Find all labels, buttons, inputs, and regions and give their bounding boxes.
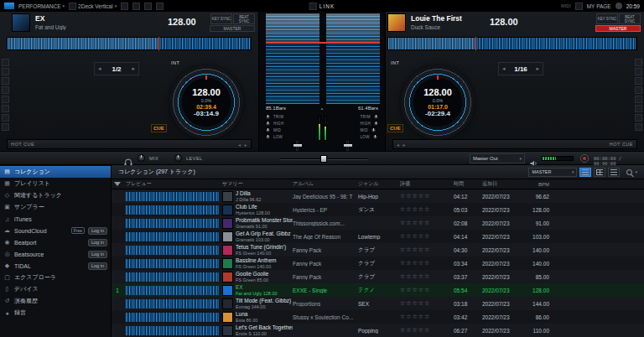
ch2-channel-fader[interactable]: [346, 141, 349, 151]
ch1-channel-fader[interactable]: [296, 141, 299, 151]
search-button[interactable]: ▾: [626, 169, 637, 175]
preview-waveform[interactable]: [126, 219, 220, 228]
rating-stars[interactable]: ☆☆☆☆☆: [400, 260, 454, 267]
deck2-key-sync-button[interactable]: KEY SYNC: [596, 13, 618, 24]
sidebar-item[interactable]: ▢ エクスプローラ: [0, 272, 111, 283]
ch1-trim-knob[interactable]: [265, 114, 271, 120]
table-row[interactable]: 1 EX Fat and Ugly 128.00 EXXE - Single テ…: [112, 283, 644, 297]
headphones-mix-knob[interactable]: [138, 154, 145, 162]
link-button[interactable]: LINK: [309, 3, 335, 10]
rating-stars[interactable]: ☆☆☆☆☆: [400, 220, 454, 226]
table-row[interactable]: J Dilla J Dilla 96.62 Jay Deelicious 95 …: [112, 189, 644, 203]
loop-double-button[interactable]: ▸: [536, 65, 539, 72]
column-header-date-added[interactable]: 追加日: [482, 180, 521, 188]
preview-waveform[interactable]: [126, 272, 220, 282]
loop-double-button[interactable]: ▸: [132, 65, 135, 72]
column-header-album[interactable]: アルバム: [293, 180, 358, 188]
pad-button[interactable]: [2, 105, 9, 112]
preview-waveform[interactable]: [126, 232, 220, 241]
sidebar-item[interactable]: ☁ SoundCloud Free Log in: [0, 225, 111, 236]
deck2-jog-wheel[interactable]: 128.00 0.0% 01:17.0 -02:29.4: [401, 65, 475, 139]
login-button[interactable]: Log in: [88, 227, 107, 235]
pad-button[interactable]: [2, 68, 9, 75]
deck2-overview-waveform[interactable]: [387, 37, 637, 50]
login-button[interactable]: Log in: [88, 251, 107, 258]
sidebar-item[interactable]: ● 録音: [0, 307, 111, 319]
view-option-icon[interactable]: [121, 3, 128, 10]
table-row[interactable]: Tilt Mode (Feat. Gibbz) Exmag 144.00 Pro…: [112, 297, 644, 310]
record-button[interactable]: [580, 154, 589, 163]
table-row[interactable]: Get A Grip Feat. Gibbz Gramatik 103.00 T…: [112, 230, 644, 243]
view-option-icon[interactable]: [132, 3, 140, 10]
sidebar-item[interactable]: ▤ コレクション: [0, 166, 111, 178]
artwork-view-button[interactable]: [608, 168, 620, 177]
column-header-genre[interactable]: ジャンル: [358, 180, 400, 188]
table-row[interactable]: Goolie Goolie FS Green 85.00 Fanny Pack …: [112, 270, 644, 283]
deck1-jog-wheel[interactable]: 128.00 0.0% 02:39.4 -03:14.9: [169, 65, 243, 139]
sidebar-item[interactable]: ◇ 関連するトラック: [0, 189, 111, 201]
ch2-low-knob[interactable]: [372, 134, 378, 140]
loop-half-button[interactable]: ◂: [502, 65, 506, 72]
deck1-overview-waveform[interactable]: [7, 37, 252, 50]
column-header-summary[interactable]: サマリー: [222, 180, 293, 188]
preview-waveform[interactable]: [126, 299, 220, 308]
master-out-select[interactable]: Master Out ▾: [470, 153, 525, 163]
deck2-loop-control[interactable]: ◂ 1/16 ▸: [498, 62, 543, 75]
column-header-bpm[interactable]: BPM: [521, 182, 554, 187]
pad-button[interactable]: [635, 114, 642, 122]
preview-waveform[interactable]: [126, 259, 220, 268]
hot-cue-next-icon[interactable]: ▸: [244, 142, 247, 148]
column-header-preview[interactable]: プレビュー: [123, 180, 222, 188]
sidebar-item[interactable]: ▦ プレイリスト: [0, 178, 111, 189]
ch1-mid-knob[interactable]: [265, 127, 271, 133]
preview-waveform[interactable]: [126, 205, 220, 215]
rating-stars[interactable]: ☆☆☆☆☆: [400, 233, 454, 240]
pad-button[interactable]: [635, 86, 642, 94]
preview-waveform[interactable]: [126, 313, 220, 322]
crossfader-handle[interactable]: [320, 155, 327, 163]
table-row[interactable]: Club Life Hysterics 128.00 Hysterics - E…: [112, 203, 644, 216]
login-button[interactable]: Log in: [88, 262, 107, 270]
headphones-level-knob[interactable]: [174, 154, 182, 162]
rating-stars[interactable]: ☆☆☆☆☆: [400, 314, 454, 320]
hot-cue-next-icon[interactable]: ▸: [403, 142, 407, 148]
master-deck-select[interactable]: MASTER ▾: [528, 168, 577, 177]
preview-waveform[interactable]: [126, 286, 220, 295]
deck2-master-button[interactable]: MASTER: [595, 25, 641, 32]
deck1-master-button[interactable]: MASTER: [210, 25, 255, 32]
login-button[interactable]: Log in: [88, 239, 107, 246]
settings-icon[interactable]: [575, 3, 583, 10]
sidebar-item[interactable]: ▯ デバイス: [0, 283, 111, 295]
grid-view-button[interactable]: [594, 168, 605, 177]
column-header-time[interactable]: 時間: [454, 180, 482, 188]
deck2-beat-sync-button[interactable]: BEAT SYNC: [619, 13, 641, 24]
sidebar-item[interactable]: ◎ Beatsource Log in: [0, 248, 111, 260]
rating-stars[interactable]: ☆☆☆☆☆: [400, 193, 454, 200]
pad-button[interactable]: [2, 86, 9, 94]
filter-button[interactable]: [112, 182, 123, 186]
rating-stars[interactable]: ☆☆☆☆☆: [400, 246, 454, 253]
deck1-cue-button[interactable]: CUE: [151, 124, 167, 132]
view-option-icon[interactable]: [144, 3, 152, 10]
layout-select[interactable]: 2Deck Vertical ▾: [69, 3, 117, 10]
pad-button[interactable]: [2, 114, 9, 122]
deck2-vertical-waveform[interactable]: [326, 13, 380, 104]
table-row[interactable]: Let's Get Back Together Enois S 110.00 P…: [112, 324, 644, 337]
rating-stars[interactable]: ☆☆☆☆☆: [400, 273, 454, 280]
deck1-key-sync-button[interactable]: KEY SYNC: [210, 13, 232, 24]
user-avatar[interactable]: [615, 3, 622, 9]
rating-stars[interactable]: ☆☆☆☆☆: [400, 300, 454, 307]
pad-button[interactable]: [2, 77, 9, 85]
pad-button[interactable]: [635, 96, 642, 103]
pad-button[interactable]: [635, 77, 642, 85]
deck2-hot-cue-bar[interactable]: HOT CUE ▸ ◂: [392, 139, 637, 149]
column-header-rating[interactable]: 評価: [400, 180, 454, 188]
list-view-button[interactable]: [579, 168, 591, 177]
table-row[interactable]: Tetus Tune (Grindin') FS Green 140.00 Fa…: [112, 243, 644, 257]
sidebar-item[interactable]: ◉ Beatport Log in: [0, 236, 111, 248]
hot-cue-prev-icon[interactable]: ◂: [238, 142, 242, 148]
pad-button[interactable]: [2, 123, 9, 131]
rating-stars[interactable]: ☆☆☆☆☆: [400, 206, 454, 213]
preview-waveform[interactable]: [126, 326, 220, 335]
ch2-high-knob[interactable]: [373, 121, 379, 127]
